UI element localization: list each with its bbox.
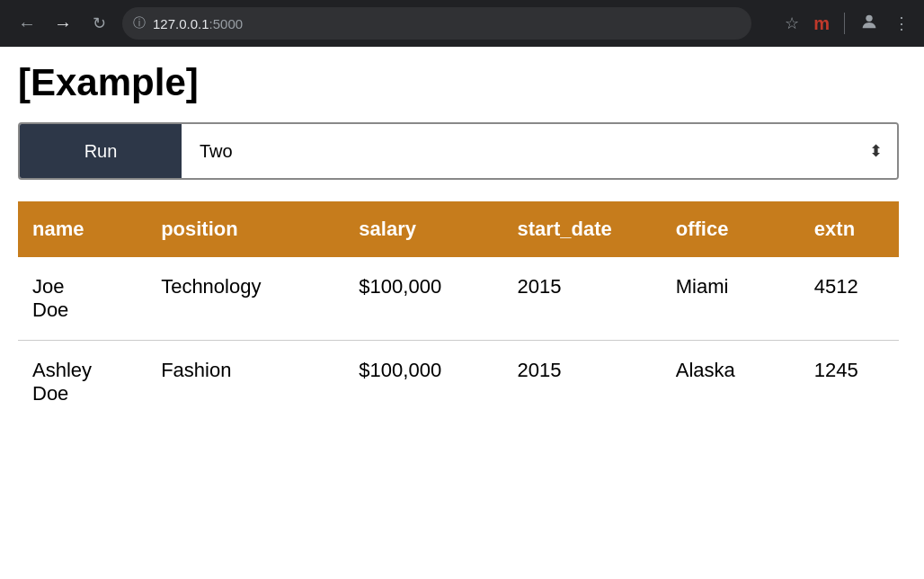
page-content: [Example] Run One Two Three ⬍ name posit… (0, 47, 924, 438)
cell-extn: 1245 (800, 341, 899, 424)
refresh-button[interactable]: ↻ (86, 11, 111, 36)
cell-salary: $100,000 (344, 341, 502, 424)
address-bar[interactable]: ⓘ 127.0.0.1:5000 (122, 7, 751, 40)
col-header-name: name (18, 201, 147, 257)
col-header-position: position (147, 201, 344, 257)
menu-icon[interactable]: ⋮ (893, 13, 910, 33)
table-row: JoeDoeTechnology$100,0002015Miami4512 (18, 257, 899, 341)
table-header-row: name position salary start_date office e… (18, 201, 899, 257)
col-header-salary: salary (344, 201, 502, 257)
table-row: AshleyDoeFashion$100,0002015Alaska1245 (18, 341, 899, 424)
data-table: name position salary start_date office e… (18, 201, 899, 423)
select-wrapper: One Two Three ⬍ (182, 124, 897, 178)
browser-actions: ☆ m ⋮ (785, 12, 910, 36)
table-body: JoeDoeTechnology$100,0002015Miami4512Ash… (18, 257, 899, 423)
col-header-start-date: start_date (503, 201, 662, 257)
info-icon: ⓘ (133, 15, 146, 31)
cell-start_date: 2015 (503, 341, 662, 424)
m-icon[interactable]: m (813, 13, 830, 34)
forward-button[interactable]: → (50, 11, 76, 36)
url-display: 127.0.0.1:5000 (153, 16, 243, 31)
url-base: 127.0.0.1 (153, 16, 209, 31)
page-title: [Example] (18, 61, 906, 104)
divider (844, 13, 845, 34)
url-port: :5000 (209, 16, 244, 31)
svg-point-0 (866, 14, 872, 21)
cell-position: Fashion (147, 341, 344, 424)
bookmark-icon[interactable]: ☆ (785, 13, 799, 33)
cell-extn: 4512 (800, 257, 899, 341)
cell-start_date: 2015 (503, 257, 662, 341)
table-header: name position salary start_date office e… (18, 201, 899, 257)
option-select[interactable]: One Two Three (182, 124, 897, 178)
cell-name: AshleyDoe (18, 341, 147, 424)
col-header-office: office (662, 201, 800, 257)
cell-position: Technology (147, 257, 344, 341)
account-icon[interactable] (859, 12, 879, 36)
cell-office: Miami (662, 257, 800, 341)
cell-name: JoeDoe (18, 257, 147, 341)
back-button[interactable]: ← (14, 11, 40, 36)
run-button[interactable]: Run (20, 124, 182, 178)
browser-chrome: ← → ↻ ⓘ 127.0.0.1:5000 ☆ m ⋮ (0, 0, 924, 47)
col-header-extn: extn (800, 201, 899, 257)
cell-office: Alaska (662, 341, 800, 424)
cell-salary: $100,000 (344, 257, 502, 341)
controls-row: Run One Two Three ⬍ (18, 122, 899, 180)
